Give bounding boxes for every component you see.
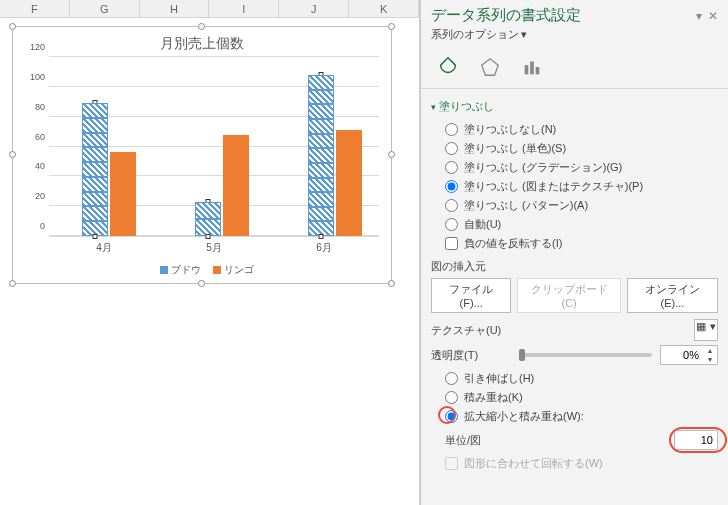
svg-rect-1 (525, 65, 529, 74)
transparency-slider[interactable] (519, 353, 652, 357)
chart-title[interactable]: 月別売上個数 (13, 27, 391, 57)
fill-solid[interactable]: 塗りつぶし (単色)(S) (445, 139, 718, 158)
invert-negative[interactable]: 負の値を反転する(I) (445, 234, 718, 253)
units-label: 単位/図 (445, 433, 525, 448)
format-pane: データ系列の書式設定 ▾ ✕ 系列のオプション▾ 塗りつぶし 塗りつぶしなし(N… (420, 0, 728, 505)
clipboard-button: クリップボード(C) (517, 278, 621, 313)
transparency-spinner[interactable]: ▴▾ (660, 345, 718, 365)
fill-line-tab[interactable] (435, 54, 461, 80)
series-options-tab[interactable] (519, 54, 545, 80)
texture-label: テクスチャ(U) (431, 323, 511, 338)
stack-scale-option[interactable]: 拡大縮小と積み重ね(W): (445, 407, 718, 426)
rotate-with-shape: 図形に合わせて回転する(W) (445, 454, 718, 473)
series-options-label[interactable]: 系列のオプション (431, 28, 519, 40)
x-axis-labels: 4月 5月 6月 (49, 241, 379, 255)
bar-grape-apr[interactable] (82, 103, 108, 236)
fill-auto[interactable]: 自動(U) (445, 215, 718, 234)
bar-apple-jun[interactable] (336, 130, 362, 236)
online-button[interactable]: オンライン(E)... (627, 278, 718, 313)
bar-grape-jun[interactable] (308, 75, 334, 236)
stack-option[interactable]: 積み重ね(K) (445, 388, 718, 407)
fill-gradient[interactable]: 塗りつぶし (グラデーション)(G) (445, 158, 718, 177)
fill-section[interactable]: 塗りつぶし (431, 99, 718, 114)
units-spinner[interactable] (674, 430, 718, 450)
bar-apple-may[interactable] (223, 135, 249, 236)
svg-rect-2 (530, 62, 534, 75)
pane-title: データ系列の書式設定 (431, 6, 690, 25)
fill-picture[interactable]: 塗りつぶし (図またはテクスチャ)(P) (445, 177, 718, 196)
transparency-label: 透明度(T) (431, 348, 511, 363)
chart-plot-area[interactable]: 0 20 40 60 80 100 120 (49, 57, 379, 237)
column-headers: FGHIJK (0, 0, 419, 18)
fill-pattern[interactable]: 塗りつぶし (パターン)(A) (445, 196, 718, 215)
chart-object[interactable]: 月別売上個数 0 20 40 60 80 100 120 (12, 26, 392, 284)
pane-menu-icon[interactable]: ▾ (696, 9, 702, 23)
texture-picker[interactable]: ▦ ▾ (694, 319, 718, 341)
file-button[interactable]: ファイル(F)... (431, 278, 511, 313)
chart-legend[interactable]: ブドウ リンゴ (13, 263, 391, 277)
insert-from-label: 図の挿入元 (431, 259, 718, 274)
effects-tab[interactable] (477, 54, 503, 80)
fill-none[interactable]: 塗りつぶしなし(N) (445, 120, 718, 139)
bar-apple-apr[interactable] (110, 152, 136, 236)
svg-rect-3 (536, 67, 540, 74)
svg-marker-0 (482, 59, 499, 76)
close-icon[interactable]: ✕ (708, 9, 718, 23)
stretch-option[interactable]: 引き伸ばし(H) (445, 369, 718, 388)
bar-grape-may[interactable] (195, 202, 221, 236)
